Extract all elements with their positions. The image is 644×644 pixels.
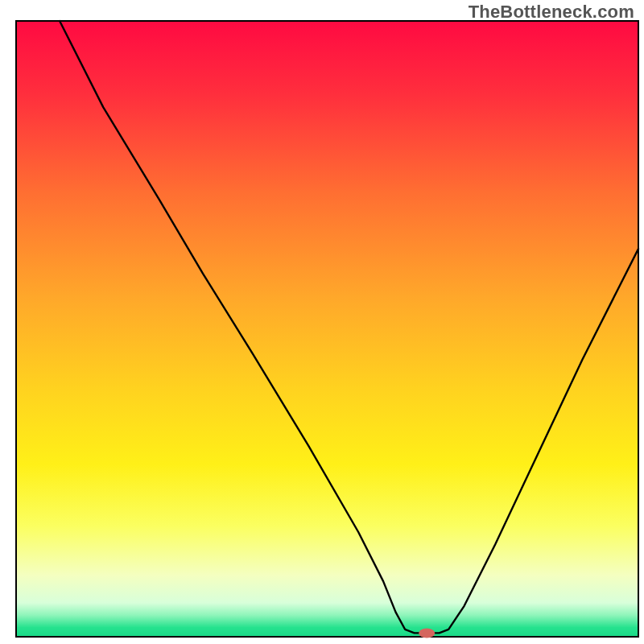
chart-svg	[0, 0, 644, 644]
optimal-marker	[419, 628, 435, 638]
bottleneck-chart: TheBottleneck.com	[0, 0, 644, 644]
watermark: TheBottleneck.com	[469, 2, 634, 23]
plot-background	[16, 21, 638, 637]
